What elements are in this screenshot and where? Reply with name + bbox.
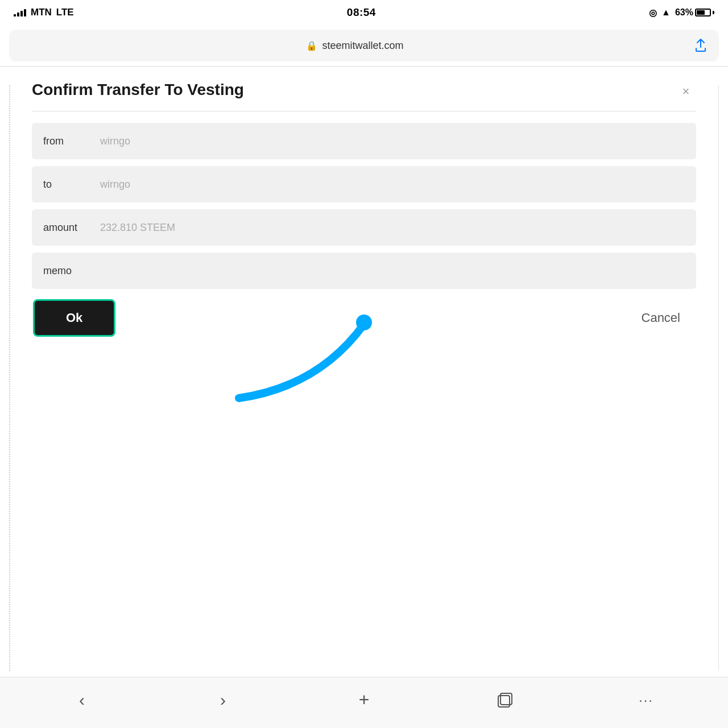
status-left: MTN LTE [14, 7, 74, 18]
location-icon: ◎ [649, 7, 657, 18]
url-bar[interactable]: 🔒 steemitwallet.com [18, 40, 692, 52]
network-type: LTE [56, 7, 74, 18]
close-button[interactable]: × [676, 81, 696, 102]
amount-label: amount [32, 222, 94, 234]
bar2 [17, 13, 19, 16]
amount-value: 232.810 STEEM [94, 222, 696, 234]
share-icon [694, 39, 707, 52]
carrier-label: MTN [31, 7, 52, 18]
button-row: Ok Cancel [32, 300, 696, 336]
from-label: from [32, 135, 94, 147]
bottom-nav: ‹ › + ··· [0, 677, 728, 728]
bar4 [24, 9, 26, 16]
add-tab-button[interactable]: + [347, 686, 381, 714]
amount-field: amount 232.810 STEEM [32, 209, 696, 246]
plus-icon: + [359, 689, 370, 710]
lock-icon: 🔒 [306, 40, 317, 51]
dialog-header: Confirm Transfer To Vesting × [32, 80, 696, 102]
back-button[interactable]: ‹ [65, 686, 99, 714]
bar3 [20, 11, 23, 16]
signal-bars [14, 9, 26, 16]
battery-fill [697, 10, 705, 15]
forward-button[interactable]: › [206, 686, 240, 714]
to-label: to [32, 179, 94, 191]
status-bar: MTN LTE 08:54 ◎ ▲ 63% [0, 0, 728, 25]
battery-indicator: 63% [675, 7, 714, 18]
share-button[interactable] [692, 36, 710, 55]
to-field: to wirngo [32, 166, 696, 202]
status-right: ◎ ▲ 63% [649, 7, 714, 18]
tabs-icon [497, 692, 513, 708]
navigation-icon: ▲ [661, 7, 671, 18]
battery-tip [713, 11, 714, 14]
more-icon: ··· [639, 692, 653, 708]
from-value: wirngo [94, 135, 696, 147]
bar1 [14, 14, 16, 16]
memo-field: memo [32, 253, 696, 289]
back-icon: ‹ [79, 690, 85, 710]
dialog-divider [32, 111, 696, 111]
cancel-button[interactable]: Cancel [628, 300, 694, 336]
ok-button[interactable]: Ok [34, 300, 114, 336]
battery-body [695, 9, 711, 16]
memo-label: memo [32, 265, 94, 277]
battery-percentage: 63% [675, 7, 693, 18]
dialog: Confirm Transfer To Vesting × from wirng… [20, 67, 708, 347]
from-field: from wirngo [32, 123, 696, 159]
forward-icon: › [220, 690, 226, 710]
more-button[interactable]: ··· [629, 686, 663, 714]
url-text: steemitwallet.com [322, 40, 403, 52]
browser-bar[interactable]: 🔒 steemitwallet.com [9, 30, 719, 61]
main-content: Confirm Transfer To Vesting × from wirng… [0, 67, 728, 347]
close-icon: × [682, 84, 690, 99]
time-display: 08:54 [347, 6, 376, 19]
dialog-title: Confirm Transfer To Vesting [32, 80, 676, 100]
tabs-button[interactable] [488, 686, 522, 714]
to-value: wirngo [94, 179, 696, 191]
